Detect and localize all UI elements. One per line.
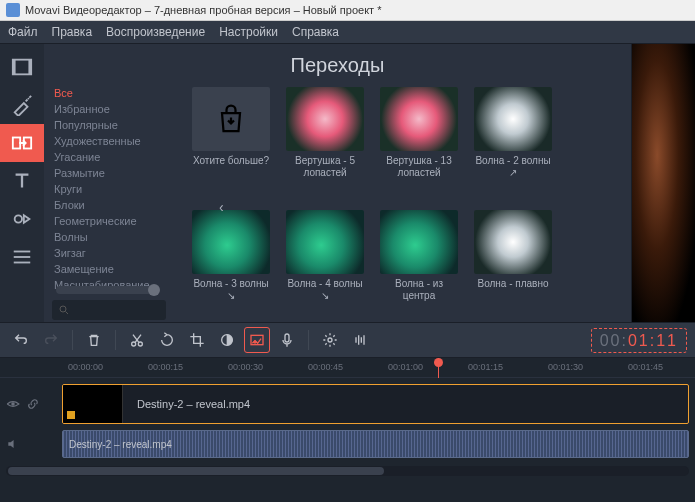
crop-button[interactable] <box>184 327 210 353</box>
delete-button[interactable] <box>81 327 107 353</box>
more-tool[interactable] <box>0 238 44 276</box>
filters-tool[interactable] <box>0 86 44 124</box>
audio-settings-button[interactable] <box>347 327 373 353</box>
category-item[interactable]: Блоки <box>54 197 166 213</box>
transition-label: Волна - 4 волны ↘ <box>286 274 364 302</box>
app-icon <box>6 3 20 17</box>
collapse-sidebar-icon[interactable]: ‹ <box>219 199 224 215</box>
category-item[interactable]: Геометрические <box>54 213 166 229</box>
category-item[interactable]: Избранное <box>54 101 166 117</box>
redo-button[interactable] <box>38 327 64 353</box>
ruler-tick: 00:00:00 <box>68 362 103 372</box>
transition-thumb <box>286 210 364 274</box>
titles-tool[interactable] <box>0 162 44 200</box>
timeline-scrollbar[interactable] <box>6 466 689 476</box>
category-item[interactable]: Размытие <box>54 165 166 181</box>
ruler-tick: 00:00:30 <box>228 362 263 372</box>
window-titlebar: Movavi Видеоредактор – 7-дневная пробная… <box>0 0 695 21</box>
clip-properties-button[interactable] <box>244 327 270 353</box>
ruler-tick: 00:01:15 <box>468 362 503 372</box>
svg-rect-9 <box>14 262 31 264</box>
svg-rect-1 <box>13 60 16 75</box>
transition-thumb <box>380 210 458 274</box>
category-item[interactable]: Круги <box>54 181 166 197</box>
browser-title: Переходы <box>44 44 631 83</box>
transition-label: Волна - из центра <box>380 274 458 302</box>
category-list: Все Избранное Популярные Художественные … <box>44 83 174 322</box>
category-item[interactable]: Все <box>54 85 166 101</box>
menu-settings[interactable]: Настройки <box>219 25 278 39</box>
category-item[interactable]: Волны <box>54 229 166 245</box>
transitions-tool[interactable] <box>0 124 44 162</box>
media-tool[interactable] <box>0 48 44 86</box>
ruler-tick: 00:00:15 <box>148 362 183 372</box>
clip-label: Destiny-2 – reveal.mp4 <box>123 398 250 410</box>
color-adjust-button[interactable] <box>214 327 240 353</box>
ruler-tick: 00:01:30 <box>548 362 583 372</box>
transition-thumb <box>474 87 552 151</box>
transition-label: Хотите больше? <box>192 151 270 167</box>
svg-rect-4 <box>13 138 20 149</box>
transition-label: Вертушка - 5 лопастей <box>286 151 364 179</box>
transition-thumb <box>192 210 270 274</box>
thumbnail-grid: Хотите больше? Вертушка - 5 лопастей Вер… <box>174 83 631 322</box>
transition-item[interactable]: Вертушка - 13 лопастей <box>380 87 458 200</box>
transition-label: Волна - плавно <box>474 274 552 290</box>
svg-point-17 <box>328 338 332 342</box>
transition-wizard-button[interactable] <box>317 327 343 353</box>
record-audio-button[interactable] <box>274 327 300 353</box>
link-icon[interactable] <box>26 397 40 411</box>
category-item[interactable]: Художественные <box>54 133 166 149</box>
transition-item[interactable]: Волна - из центра <box>380 210 458 323</box>
ruler-tick: 00:01:45 <box>628 362 663 372</box>
stickers-tool[interactable] <box>0 200 44 238</box>
svg-rect-2 <box>28 60 31 75</box>
audio-clip-label: Destiny-2 – reveal.mp4 <box>69 439 172 450</box>
timeline-toolbar: 00:01:11 <box>0 322 695 358</box>
transition-thumb <box>286 87 364 151</box>
transition-item[interactable]: Волна - 3 волны ↘ <box>192 210 270 323</box>
timecode-display: 00:01:11 <box>591 328 687 353</box>
svg-point-10 <box>60 306 66 312</box>
svg-rect-16 <box>285 334 289 342</box>
store-icon <box>192 87 270 151</box>
menu-edit[interactable]: Правка <box>52 25 93 39</box>
category-item[interactable]: Угасание <box>54 149 166 165</box>
svg-point-18 <box>11 402 15 406</box>
visibility-icon[interactable] <box>6 397 20 411</box>
transition-label: Вертушка - 13 лопастей <box>380 151 458 179</box>
timeline-ruler[interactable]: 00:00:00 00:00:15 00:00:30 00:00:45 00:0… <box>0 358 695 378</box>
category-search[interactable] <box>52 300 166 320</box>
cut-button[interactable] <box>124 327 150 353</box>
svg-point-6 <box>15 215 22 222</box>
timeline: Destiny-2 – reveal.mp4 Destiny-2 – revea… <box>0 378 695 502</box>
category-item[interactable]: Зигзаг <box>54 245 166 261</box>
svg-point-3 <box>28 98 30 100</box>
ruler-tick: 00:00:45 <box>308 362 343 372</box>
transition-item[interactable]: Волна - 4 волны ↘ <box>286 210 364 323</box>
thumbnail-size-slider[interactable] <box>56 286 154 294</box>
audio-clip[interactable]: Destiny-2 – reveal.mp4 <box>62 430 689 458</box>
menu-file[interactable]: Файл <box>8 25 38 39</box>
rotate-button[interactable] <box>154 327 180 353</box>
window-title: Movavi Видеоредактор – 7-дневная пробная… <box>25 4 381 16</box>
transition-thumb <box>380 87 458 151</box>
video-track: Destiny-2 – reveal.mp4 <box>6 384 689 424</box>
category-item[interactable]: Популярные <box>54 117 166 133</box>
ruler-tick: 00:01:00 <box>388 362 423 372</box>
transition-item[interactable]: Волна - плавно <box>474 210 552 323</box>
preview-pane <box>631 44 695 322</box>
clip-thumbnail <box>63 385 123 423</box>
video-clip[interactable]: Destiny-2 – reveal.mp4 <box>62 384 689 424</box>
transition-label: Волна - 3 волны ↘ <box>192 274 270 302</box>
menu-playback[interactable]: Воспроизведение <box>106 25 205 39</box>
transition-item[interactable]: Вертушка - 5 лопастей <box>286 87 364 200</box>
mute-icon[interactable] <box>6 437 20 451</box>
menu-bar: Файл Правка Воспроизведение Настройки Сп… <box>0 21 695 44</box>
category-item[interactable]: Замещение <box>54 261 166 277</box>
undo-button[interactable] <box>8 327 34 353</box>
audio-track: Destiny-2 – reveal.mp4 <box>6 430 689 458</box>
transition-item[interactable]: Хотите больше? <box>192 87 270 200</box>
menu-help[interactable]: Справка <box>292 25 339 39</box>
transition-item[interactable]: Волна - 2 волны ↗ <box>474 87 552 200</box>
